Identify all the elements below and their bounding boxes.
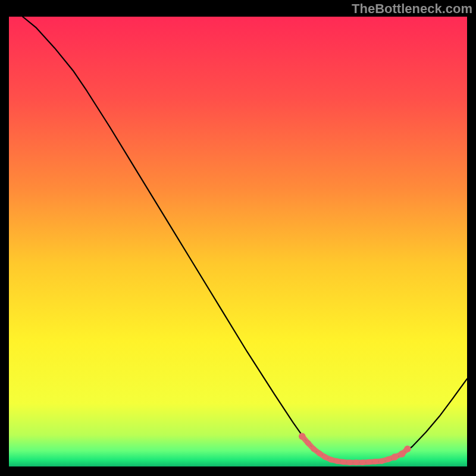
optimal-point (404, 446, 411, 453)
optimal-point (360, 459, 366, 465)
chart-canvas (9, 17, 467, 466)
gradient-background (9, 17, 467, 466)
optimal-point (386, 456, 392, 462)
watermark-text: TheBottleneck.com (352, 1, 472, 17)
optimal-point (340, 459, 346, 465)
optimal-point (353, 459, 359, 465)
optimal-point (322, 454, 328, 460)
optimal-point (392, 453, 399, 461)
optimal-point (379, 458, 385, 464)
optimal-point (311, 446, 317, 452)
optimal-point (334, 458, 340, 464)
optimal-point (299, 433, 306, 440)
optimal-point (328, 457, 334, 463)
optimal-point (372, 459, 378, 465)
optimal-point (317, 450, 322, 456)
optimal-point (347, 459, 353, 465)
optimal-point (366, 459, 372, 465)
chart-plot-area (9, 17, 467, 466)
optimal-point (399, 450, 406, 458)
optimal-point (305, 440, 311, 446)
